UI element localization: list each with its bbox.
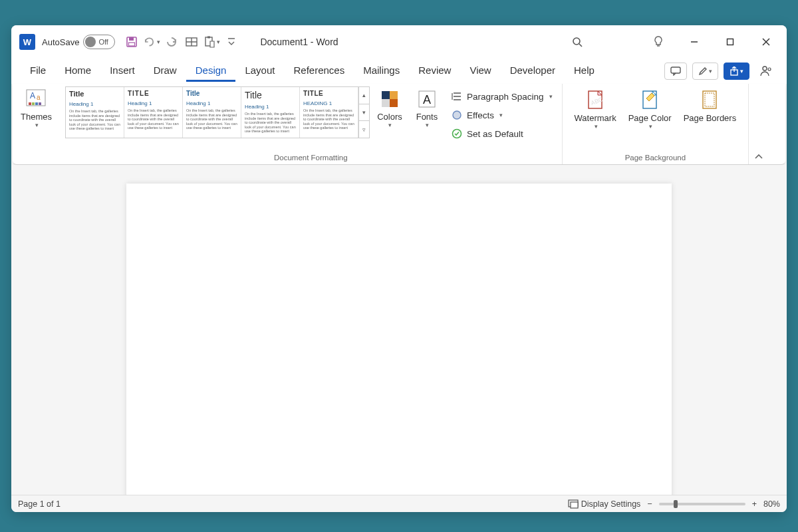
page-borders-button[interactable]: Page Borders — [681, 88, 739, 124]
toggle-knob — [85, 37, 96, 47]
statusbar: Page 1 of 1 Display Settings − + 80% — [11, 495, 787, 512]
zoom-in-button[interactable]: + — [752, 499, 757, 509]
svg-line-10 — [579, 44, 582, 47]
zoom-level[interactable]: 80% — [763, 499, 780, 509]
tab-design[interactable]: Design — [186, 61, 236, 82]
gallery-scroll-down[interactable]: ▾ — [359, 104, 369, 122]
page-color-icon — [638, 89, 661, 112]
search-button[interactable] — [562, 31, 593, 53]
share-button[interactable]: ▾ — [724, 63, 749, 80]
page-color-button[interactable]: Page Color ▾ — [626, 88, 674, 131]
svg-rect-29 — [382, 99, 390, 107]
style-set-item[interactable]: TitleHeading 1On the Insert tab, the gal… — [66, 87, 124, 138]
document-title: Document1 - Word — [260, 37, 338, 47]
svg-rect-27 — [382, 91, 390, 99]
paragraph-spacing-button[interactable]: Paragraph Spacing ▾ — [448, 89, 555, 104]
pencil-icon — [698, 66, 708, 76]
themes-icon: Aa — [25, 88, 47, 110]
paste-button[interactable]: ▾ — [203, 33, 220, 51]
svg-text:a: a — [37, 94, 41, 101]
display-settings-button[interactable]: Display Settings — [568, 499, 641, 509]
tab-file[interactable]: File — [21, 61, 55, 82]
tab-home[interactable]: Home — [55, 61, 100, 82]
document-canvas[interactable] — [11, 165, 787, 495]
svg-rect-1 — [129, 37, 134, 41]
fonts-button[interactable]: A Fonts ▾ — [410, 86, 444, 130]
chevron-down-icon: ▾ — [217, 39, 220, 45]
chevron-up-icon — [754, 154, 763, 160]
search-icon — [572, 37, 583, 47]
page-info[interactable]: Page 1 of 1 — [18, 499, 61, 509]
tab-developer[interactable]: Developer — [501, 61, 565, 82]
tab-review[interactable]: Review — [409, 61, 460, 82]
svg-point-9 — [573, 38, 580, 45]
svg-rect-44 — [571, 502, 578, 508]
watermark-button[interactable]: ABC Watermark ▾ — [572, 88, 619, 131]
tab-insert[interactable]: Insert — [100, 61, 144, 82]
collapse-ribbon-button[interactable] — [749, 84, 769, 164]
redo-icon — [166, 36, 178, 48]
effects-button[interactable]: Effects ▾ — [448, 108, 555, 122]
account-button[interactable] — [755, 63, 777, 80]
redo-button[interactable] — [163, 33, 180, 51]
maximize-button[interactable] — [715, 31, 745, 53]
page-borders-icon — [698, 89, 721, 112]
chevron-down-icon: ▾ — [595, 123, 598, 130]
set-as-default-button[interactable]: Set as Default — [448, 126, 555, 141]
svg-rect-16 — [671, 67, 680, 73]
ribbon: Aa Themes ▾ TitleHeading 1On the Insert … — [13, 84, 785, 165]
watermark-label: Watermark — [575, 113, 616, 123]
comments-button[interactable] — [664, 63, 687, 80]
more-icon — [227, 37, 235, 47]
ribbon-tabs: FileHomeInsertDrawDesignLayoutReferences… — [11, 59, 787, 84]
style-set-item[interactable]: TITLEHEADING 1On the Insert tab, the gal… — [300, 87, 358, 138]
style-set-item[interactable]: TitleHeading 1On the Insert tab, the gal… — [241, 87, 300, 138]
svg-text:A: A — [423, 93, 431, 106]
undo-button[interactable]: ▾ — [143, 33, 160, 51]
chevron-down-icon: ▾ — [499, 112, 503, 118]
chevron-down-icon: ▾ — [709, 68, 712, 74]
tab-view[interactable]: View — [460, 61, 500, 82]
tab-draw[interactable]: Draw — [144, 61, 186, 82]
titlebar: W AutoSave Off ▾ ▾ — [11, 25, 787, 59]
tab-references[interactable]: References — [284, 61, 354, 82]
person-icon — [760, 65, 772, 77]
fonts-label: Fonts — [416, 112, 438, 122]
window-controls — [562, 31, 781, 53]
qat-more-button[interactable] — [223, 33, 240, 51]
save-icon — [126, 36, 138, 48]
chevron-down-icon: ▾ — [549, 93, 553, 100]
tab-layout[interactable]: Layout — [235, 61, 284, 82]
tab-mailings[interactable]: Mailings — [354, 61, 409, 82]
themes-button[interactable]: Aa Themes ▾ — [18, 86, 55, 130]
zoom-slider-thumb[interactable] — [674, 500, 678, 508]
group-label: Page Background — [568, 152, 743, 163]
autosave-toggle[interactable]: Off — [83, 35, 115, 49]
svg-rect-26 — [39, 102, 41, 105]
chevron-down-icon: ▾ — [649, 123, 652, 130]
gallery-scroll-up[interactable]: ▴ — [359, 87, 369, 104]
style-set-gallery[interactable]: TitleHeading 1On the Insert tab, the gal… — [65, 86, 370, 138]
close-button[interactable] — [751, 31, 781, 53]
save-button[interactable] — [123, 33, 140, 51]
tab-help[interactable]: Help — [565, 61, 604, 82]
editing-mode-button[interactable]: ▾ — [692, 63, 718, 80]
gallery-expand-button[interactable]: ▿ — [359, 121, 369, 138]
table-icon — [186, 37, 198, 47]
minimize-button[interactable] — [679, 31, 710, 53]
style-set-item[interactable]: TITLEHeading 1On the Insert tab, the gal… — [124, 87, 183, 138]
document-page[interactable] — [126, 184, 672, 495]
share-icon — [730, 66, 739, 76]
style-set-item[interactable]: TitleHeading 1On the Insert tab, the gal… — [183, 87, 241, 138]
colors-button[interactable]: Colors ▾ — [372, 86, 407, 130]
table-button[interactable] — [183, 33, 200, 51]
zoom-out-button[interactable]: − — [647, 499, 652, 509]
autosave-label: AutoSave — [42, 37, 79, 47]
svg-rect-13 — [728, 39, 733, 45]
comment-icon — [670, 66, 681, 76]
autosave-state: Off — [98, 38, 108, 46]
maximize-icon — [726, 38, 734, 46]
tips-button[interactable] — [643, 31, 674, 53]
zoom-slider[interactable] — [659, 503, 745, 505]
svg-point-18 — [763, 66, 767, 70]
